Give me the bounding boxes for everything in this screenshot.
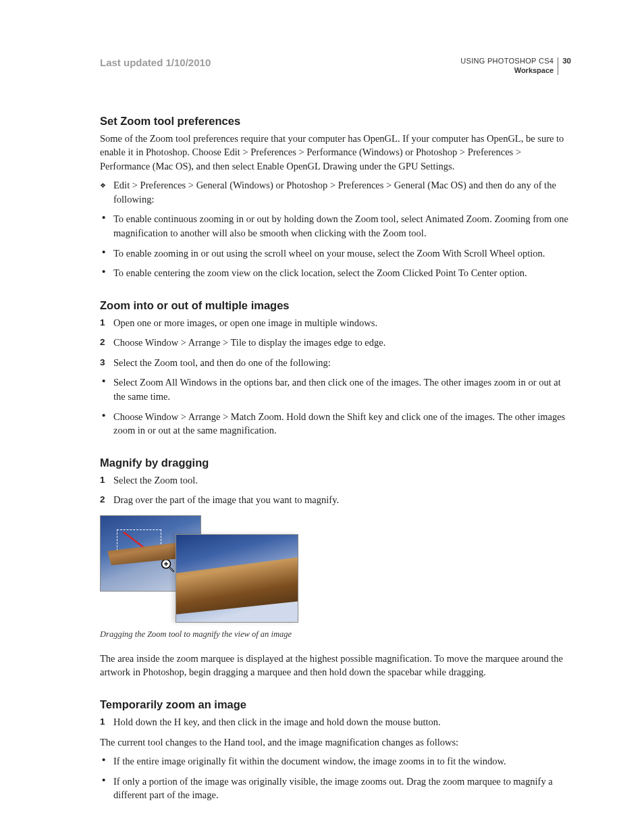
zoom-cursor-icon <box>160 558 175 573</box>
list-item-text: If the entire image originally fit withi… <box>113 754 571 768</box>
list-item-text: To enable continuous zooming in or out b… <box>113 212 571 240</box>
svg-line-3 <box>169 567 173 571</box>
page-header: Last updated 1/10/2010 USING PHOTOSHOP C… <box>100 57 571 76</box>
list-item: • If only a portion of the image was ori… <box>100 775 571 802</box>
figure-thumb-after <box>176 534 298 623</box>
list-item: 2 Choose Window > Arrange > Tile to disp… <box>100 336 571 350</box>
list-item: 1 Select the Zoom tool. <box>100 473 571 488</box>
list-item: • To enable zooming in or out using the … <box>100 246 571 261</box>
dot-bullet-icon: • <box>100 212 113 223</box>
sub-bullet-list: • Select Zoom All Windows in the options… <box>100 375 571 437</box>
numbered-list: 1 Select the Zoom tool. 2 Drag over the … <box>100 473 571 507</box>
sub-bullet-list: • To enable continuous zooming in or out… <box>100 212 571 280</box>
list-item-text: Choose Window > Arrange > Match Zoom. Ho… <box>113 410 571 438</box>
header-titles: USING PHOTOSHOP CS4 Workspace <box>460 57 554 76</box>
sub-bullet-list: • If the entire image originally fit wit… <box>100 754 571 802</box>
header-divider <box>558 57 558 75</box>
heading-zoom-multi: Zoom into or out of multiple images <box>100 299 571 312</box>
dot-bullet-icon: • <box>100 754 113 765</box>
numbered-list: 1 Hold down the H key, and then click in… <box>100 715 571 729</box>
list-item-text: Select Zoom All Windows in the options b… <box>113 375 571 403</box>
section-magnify: Magnify by dragging 1 Select the Zoom to… <box>100 457 571 679</box>
list-item: 3 Select the Zoom tool, and then do one … <box>100 356 571 370</box>
last-updated: Last updated 1/10/2010 <box>100 57 211 68</box>
section-temp-zoom: Temporarily zoom an image 1 Hold down th… <box>100 698 571 802</box>
list-item-text: Select the Zoom tool, and then do one of… <box>113 356 571 370</box>
dot-bullet-icon: • <box>100 775 113 785</box>
figure-zoom-drag: Dragging the Zoom tool to magnify the vi… <box>100 515 571 640</box>
document-page: Last updated 1/10/2010 USING PHOTOSHOP C… <box>100 57 571 821</box>
dot-bullet-icon: • <box>100 266 113 277</box>
list-item-text: Open one or more images, or open one ima… <box>113 316 571 330</box>
heading-temp-zoom: Temporarily zoom an image <box>100 698 571 711</box>
magnify-after-text: The area inside the zoom marquee is disp… <box>100 652 571 679</box>
list-item: 1 Hold down the H key, and then click in… <box>100 715 571 729</box>
zoom-marquee-icon <box>117 529 161 554</box>
step-number: 2 <box>100 493 113 506</box>
step-number: 1 <box>100 473 113 487</box>
step-number: 1 <box>100 316 113 330</box>
list-item-text: To enable centering the zoom view on the… <box>113 266 571 280</box>
list-item: • To enable continuous zooming in or out… <box>100 212 571 240</box>
temp-zoom-transition: The current tool changes to the Hand too… <box>100 735 571 750</box>
header-product: USING PHOTOSHOP CS4 <box>460 57 554 66</box>
list-item: ❖ Edit > Preferences > General (Windows)… <box>100 178 571 206</box>
dot-bullet-icon: • <box>100 410 113 421</box>
list-item-text: Hold down the H key, and then click in t… <box>113 715 571 729</box>
step-number: 2 <box>100 336 113 349</box>
dot-bullet-icon: • <box>100 375 113 386</box>
header-section: Workspace <box>514 66 554 76</box>
list-item: • Choose Window > Arrange > Match Zoom. … <box>100 410 571 438</box>
list-item-text: If only a portion of the image was origi… <box>113 775 571 802</box>
list-item: 1 Open one or more images, or open one i… <box>100 316 571 330</box>
list-item-text: To enable zooming in or out using the sc… <box>113 246 571 261</box>
figure-image <box>100 515 300 623</box>
diamond-list: ❖ Edit > Preferences > General (Windows)… <box>100 178 571 206</box>
list-item: • To enable centering the zoom view on t… <box>100 266 571 280</box>
section-zoom-prefs: Set Zoom tool preferences Some of the Zo… <box>100 115 571 280</box>
list-item: • If the entire image originally fit wit… <box>100 754 571 768</box>
list-item: • Select Zoom All Windows in the options… <box>100 375 571 403</box>
header-right: USING PHOTOSHOP CS4 Workspace 30 <box>460 57 571 76</box>
page-number: 30 <box>562 57 571 66</box>
list-item: 2 Drag over the part of the image that y… <box>100 493 571 507</box>
step-number: 1 <box>100 715 113 729</box>
heading-zoom-prefs: Set Zoom tool preferences <box>100 115 571 128</box>
section-zoom-multi: Zoom into or out of multiple images 1 Op… <box>100 299 571 438</box>
step-number: 3 <box>100 356 113 369</box>
heading-magnify: Magnify by dragging <box>100 457 571 469</box>
diamond-bullet-icon: ❖ <box>100 178 113 190</box>
figure-caption: Dragging the Zoom tool to magnify the vi… <box>100 629 571 640</box>
list-item-text: Select the Zoom tool. <box>113 473 571 488</box>
numbered-list: 1 Open one or more images, or open one i… <box>100 316 571 370</box>
list-item-text: Choose Window > Arrange > Tile to displa… <box>113 336 571 350</box>
intro-zoom-prefs: Some of the Zoom tool preferences requir… <box>100 132 571 174</box>
list-item-text: Drag over the part of the image that you… <box>113 493 571 507</box>
list-item-text: Edit > Preferences > General (Windows) o… <box>113 178 571 206</box>
dot-bullet-icon: • <box>100 246 113 257</box>
